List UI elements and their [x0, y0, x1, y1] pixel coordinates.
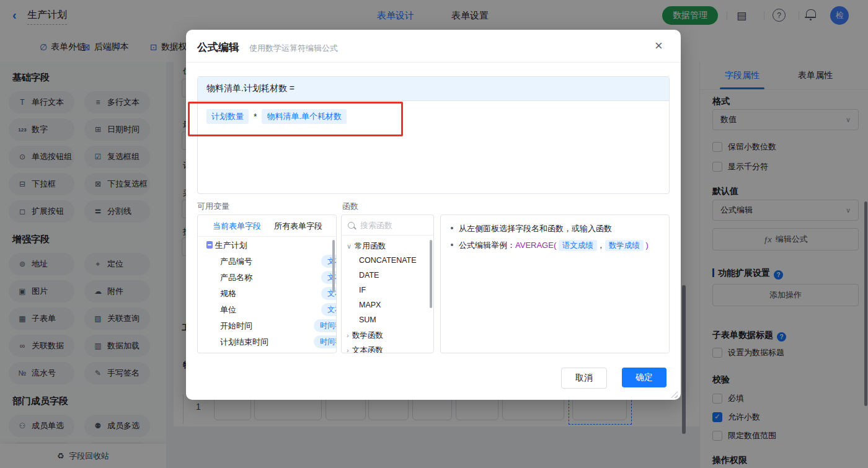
tree-field[interactable]: 规格文本: [198, 288, 337, 303]
annotation-red-box: [188, 102, 403, 136]
example-token: 数学成绩: [605, 240, 644, 251]
function-group-math[interactable]: ›数学函数: [347, 330, 383, 341]
field-name: 产品名称: [220, 273, 252, 282]
tip-line-1: 从左侧面板选择字段名和函数，或输入函数: [451, 223, 612, 234]
resize-handle[interactable]: [671, 391, 678, 398]
tip-text: 从左侧面板选择字段名和函数，或输入函数: [459, 224, 612, 233]
tree-field[interactable]: 单位文本: [198, 304, 337, 319]
function-item[interactable]: IF: [359, 286, 366, 294]
tab-current-form-fields[interactable]: 当前表单字段: [213, 221, 261, 232]
tree-root[interactable]: 生产计划: [198, 240, 337, 255]
function-group-common[interactable]: ∨常用函数: [347, 241, 386, 252]
variables-label: 可用变量: [197, 201, 229, 212]
search-icon: [348, 222, 355, 229]
field-name: 开始时间: [220, 321, 252, 330]
tip-text: 公式编辑举例：: [459, 241, 515, 250]
group-label: 常用函数: [355, 242, 386, 250]
function-group-text[interactable]: ›文本函数: [347, 345, 383, 353]
function-item[interactable]: SUM: [359, 316, 376, 324]
formula-target: 物料清单.计划耗材数 =: [198, 77, 669, 101]
type-badge: 时间戳: [314, 335, 337, 348]
field-name: 产品编号: [220, 257, 252, 266]
field-name: 单位: [220, 305, 236, 314]
chevron-right-icon: ›: [347, 332, 349, 339]
close-icon[interactable]: ×: [655, 38, 663, 54]
group-label: 数学函数: [352, 331, 383, 340]
field-name: 计划结束时间: [220, 337, 268, 347]
modal-title: 公式编辑: [197, 40, 239, 55]
tip-line-2: 公式编辑举例：AVERAGE( 语文成绩，数学成绩 ): [451, 240, 649, 251]
variables-tabs: 当前表单字段 所有表单字段: [198, 215, 336, 237]
function-item[interactable]: CONCATENATE: [359, 256, 417, 265]
form-doc-icon: [206, 241, 213, 249]
search-input[interactable]: [359, 220, 423, 231]
example-close: ): [645, 241, 648, 250]
tree-field[interactable]: 计划结束时间时间戳: [198, 337, 337, 351]
tree-field[interactable]: 产品编号文本: [198, 256, 337, 271]
functions-scrollbar[interactable]: [430, 240, 432, 308]
type-badge: 文本: [321, 303, 337, 316]
divider: [186, 62, 681, 63]
example-token: 语文成绩: [559, 240, 597, 251]
tips-panel: 从左侧面板选择字段名和函数，或输入函数 公式编辑举例：AVERAGE( 语文成绩…: [440, 214, 670, 353]
function-search[interactable]: [342, 215, 433, 236]
type-badge: 时间戳: [314, 319, 337, 332]
modal-subtitle: 使用数学运算符编辑公式: [249, 43, 338, 54]
tab-all-form-fields[interactable]: 所有表单字段: [274, 221, 322, 232]
example-function: AVERAGE(: [515, 241, 556, 250]
group-label: 文本函数: [352, 346, 383, 353]
tree-field[interactable]: 产品名称文本: [198, 272, 337, 287]
chevron-down-icon: ∨: [347, 242, 352, 250]
function-item[interactable]: MAPX: [359, 301, 381, 309]
chevron-right-icon: ›: [347, 347, 349, 353]
cancel-button[interactable]: 取消: [561, 368, 607, 389]
bullet: [451, 244, 453, 246]
functions-label: 函数: [342, 201, 358, 212]
tree-root-label: 生产计划: [215, 241, 247, 250]
confirm-button[interactable]: 确定: [622, 368, 666, 387]
comma: ，: [597, 241, 605, 250]
formula-edit-modal: 公式编辑 使用数学运算符编辑公式 × 物料清单.计划耗材数 = 计划数量 * 物…: [186, 30, 681, 400]
variables-panel: 当前表单字段 所有表单字段 生产计划 产品编号文本 产品名称文本 规格文本 单位…: [197, 214, 337, 353]
functions-panel: ∨常用函数 CONCATENATE DATE IF MAPX SUM ›数学函数…: [341, 214, 434, 353]
function-item[interactable]: DATE: [359, 271, 379, 280]
tree-field[interactable]: 开始时间时间戳: [198, 320, 337, 335]
field-name: 规格: [220, 289, 236, 298]
bullet: [451, 227, 453, 229]
variables-scrollbar[interactable]: [332, 240, 335, 293]
